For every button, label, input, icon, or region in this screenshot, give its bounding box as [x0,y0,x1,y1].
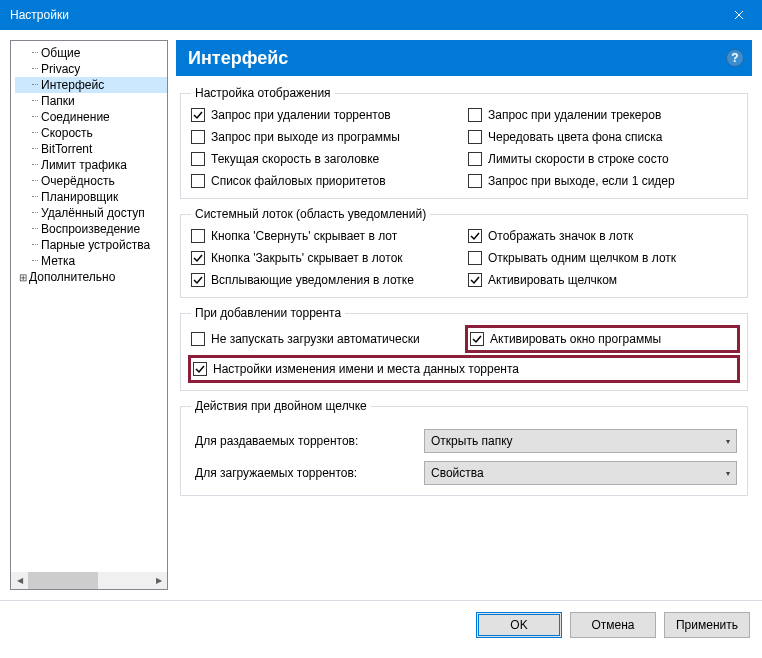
close-button[interactable] [716,0,762,30]
check-icon [193,253,203,263]
group-adding: При добавлении торрента Не запускать заг… [180,306,748,391]
tree-connector-icon [29,212,41,214]
sidebar-item-label: Парные устройства [41,238,150,252]
sidebar-item[interactable]: Удалённый доступ [15,205,167,221]
checkbox[interactable]: Открывать одним щелчком в лотк [468,251,737,265]
scroll-right-button[interactable]: ▶ [150,572,167,589]
checkbox-box [468,130,482,144]
checkbox[interactable]: Запрос при выходе, если 1 сидер [468,174,737,188]
checkbox-label: Запрос при удалении торрентов [211,108,391,122]
close-icon [734,10,744,20]
group-tray: Системный лоток (область уведомлений) Кн… [180,207,748,298]
checkbox[interactable]: Кнопка 'Свернуть' скрывает в лот [191,229,460,243]
scroll-track[interactable] [28,572,150,589]
checkbox[interactable]: Настройки изменения имени и места данных… [193,362,735,376]
checkbox-label: Всплывающие уведомления в лотке [211,273,414,287]
checkbox[interactable]: Текущая скорость в заголовке [191,152,460,166]
checkbox[interactable]: Активировать щелчком [468,273,737,287]
footer: OK Отмена Применить [0,600,762,648]
sidebar-item[interactable]: Соединение [15,109,167,125]
checkbox-label: Запрос при выходе из программы [211,130,400,144]
group-display-legend: Настройка отображения [191,86,335,100]
check-icon [470,275,480,285]
titlebar: Настройки [0,0,762,30]
expand-icon[interactable]: ⊞ [17,272,29,283]
section-header: Интерфейс ? [176,40,752,76]
sidebar-item[interactable]: Privacy [15,61,167,77]
tree-connector-icon [29,260,41,262]
help-icon[interactable]: ? [726,49,744,67]
checkbox-label: Не запускать загрузки автоматически [211,332,420,346]
sidebar-item[interactable]: Очерёдность [15,173,167,189]
checkbox-label: Активировать окно программы [490,332,661,346]
checkbox-label: Кнопка 'Свернуть' скрывает в лот [211,229,397,243]
sidebar-item[interactable]: Планировщик [15,189,167,205]
check-icon [193,275,203,285]
checkbox-label: Текущая скорость в заголовке [211,152,379,166]
tree-connector-icon [29,52,41,54]
tree-connector-icon [29,148,41,150]
checkbox-box [468,174,482,188]
checkbox-label: Чередовать цвета фона списка [488,130,663,144]
form-label: Для раздаваемых торрентов: [191,434,416,448]
sidebar-item-label: Метка [41,254,75,268]
sidebar-item[interactable]: Общие [15,45,167,61]
checkbox-box [191,273,205,287]
sidebar-item-label: Скорость [41,126,93,140]
highlighted-option: Настройки изменения имени и места данных… [188,355,740,383]
tree-connector-icon [29,132,41,134]
sidebar-item-label: Лимит трафика [41,158,127,172]
check-icon [472,334,482,344]
sidebar-item-label: Дополнительно [29,270,115,284]
ok-button[interactable]: OK [476,612,562,638]
sidebar-item-label: BitTorrent [41,142,92,156]
horizontal-scrollbar[interactable]: ◀ ▶ [11,572,167,589]
dropdown-value: Открыть папку [431,434,726,448]
sidebar-item-label: Privacy [41,62,80,76]
sidebar-item-expandable[interactable]: ⊞Дополнительно [15,269,167,285]
checkbox[interactable]: Запрос при выходе из программы [191,130,460,144]
cancel-button[interactable]: Отмена [570,612,656,638]
scroll-thumb[interactable] [28,572,98,589]
checkbox-label: Кнопка 'Закрыть' скрывает в лоток [211,251,403,265]
checkbox[interactable]: Лимиты скорости в строке состо [468,152,737,166]
sidebar-item-label: Соединение [41,110,110,124]
checkbox[interactable]: Не запускать загрузки автоматически [191,328,460,350]
section-title: Интерфейс [188,48,288,69]
dropdown[interactable]: Свойства▾ [424,461,737,485]
scroll-left-button[interactable]: ◀ [11,572,28,589]
sidebar-item-label: Удалённый доступ [41,206,145,220]
apply-button[interactable]: Применить [664,612,750,638]
sidebar-item-label: Очерёдность [41,174,115,188]
sidebar-item[interactable]: Метка [15,253,167,269]
sidebar-item[interactable]: Парные устройства [15,237,167,253]
checkbox[interactable]: Отображать значок в лотк [468,229,737,243]
sidebar-item[interactable]: Лимит трафика [15,157,167,173]
sidebar-item[interactable]: BitTorrent [15,141,167,157]
dropdown[interactable]: Открыть папку▾ [424,429,737,453]
checkbox[interactable]: Список файловых приоритетов [191,174,460,188]
checkbox-label: Запрос при выходе, если 1 сидер [488,174,675,188]
checkbox[interactable]: Кнопка 'Закрыть' скрывает в лоток [191,251,460,265]
sidebar-item-label: Интерфейс [41,78,104,92]
checkbox[interactable]: Всплывающие уведомления в лотке [191,273,460,287]
window-title: Настройки [10,8,716,22]
checkbox[interactable]: Запрос при удалении торрентов [191,108,460,122]
checkbox-label: Открывать одним щелчком в лотк [488,251,676,265]
sidebar-item[interactable]: Интерфейс [15,77,167,93]
tree-connector-icon [29,180,41,182]
sidebar-item[interactable]: Воспроизведение [15,221,167,237]
checkbox[interactable]: Чередовать цвета фона списка [468,130,737,144]
form-row: Для раздаваемых торрентов:Открыть папку▾ [191,429,737,453]
tree-connector-icon [29,244,41,246]
group-tray-legend: Системный лоток (область уведомлений) [191,207,430,221]
checkbox[interactable]: Активировать окно программы [470,332,735,346]
group-dblclick-legend: Действия при двойном щелчке [191,399,371,413]
checkbox[interactable]: Запрос при удалении трекеров [468,108,737,122]
checkbox-box [470,332,484,346]
sidebar-item[interactable]: Папки [15,93,167,109]
sidebar-item-label: Воспроизведение [41,222,140,236]
check-icon [195,364,205,374]
sidebar-item[interactable]: Скорость [15,125,167,141]
checkbox-box [191,152,205,166]
